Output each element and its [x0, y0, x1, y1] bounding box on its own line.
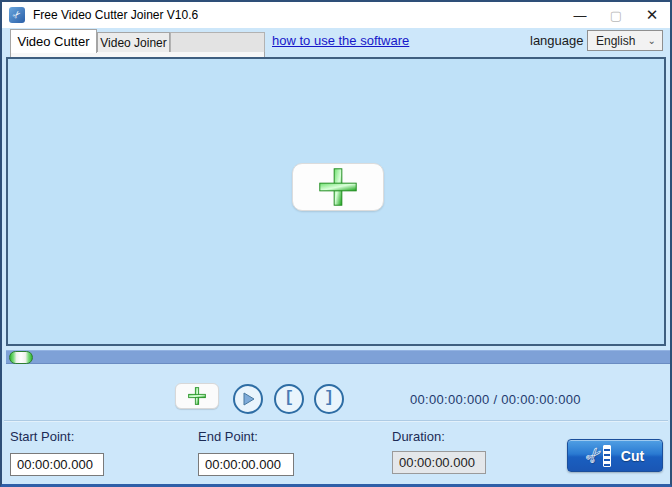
- app-window: ✂ Free Video Cutter Joiner V10.6 — ▢ ✕ V…: [0, 0, 672, 487]
- end-point-input[interactable]: [198, 453, 294, 476]
- end-point-label: End Point:: [198, 429, 258, 444]
- right-bracket-icon: ]: [324, 390, 334, 406]
- open-video-button[interactable]: [292, 163, 384, 211]
- start-point-input[interactable]: [10, 453, 104, 476]
- add-file-button[interactable]: [175, 383, 219, 409]
- set-start-point-button[interactable]: [: [274, 384, 304, 414]
- app-logo-scissors-icon: ✂: [9, 7, 25, 23]
- left-bracket-icon: [: [284, 390, 294, 406]
- scissors-film-icon: ✄: [586, 445, 611, 467]
- playback-time-display: 00:00:00:000 / 00:00:00:000: [410, 392, 610, 407]
- language-value: English: [596, 34, 635, 48]
- green-plus-icon: [187, 386, 207, 406]
- duration-label: Duration:: [392, 429, 445, 444]
- seek-thumb[interactable]: [9, 351, 33, 364]
- chevron-down-icon: ⌄: [648, 35, 656, 46]
- tab-video-cutter[interactable]: Video Cutter: [10, 29, 97, 53]
- window-title: Free Video Cutter Joiner V10.6: [33, 8, 198, 22]
- help-link[interactable]: how to use the software: [272, 33, 409, 48]
- play-button[interactable]: [233, 384, 263, 414]
- play-icon: [239, 390, 257, 408]
- cut-button[interactable]: ✄ Cut: [567, 439, 663, 472]
- maximize-button: ▢: [598, 2, 634, 28]
- video-preview-area: [6, 57, 666, 346]
- seek-bar[interactable]: [6, 350, 670, 364]
- green-plus-icon: [315, 164, 361, 210]
- title-bar: ✂ Free Video Cutter Joiner V10.6 — ▢ ✕: [2, 2, 670, 28]
- set-end-point-button[interactable]: ]: [314, 384, 344, 414]
- start-point-label: Start Point:: [10, 429, 74, 444]
- tab-video-joiner[interactable]: Video Joiner: [97, 32, 170, 53]
- minimize-button[interactable]: —: [562, 2, 598, 28]
- duration-display: [392, 451, 486, 474]
- tab-strip-filler: [170, 32, 265, 53]
- language-dropdown[interactable]: English ⌄: [587, 30, 663, 51]
- language-label: language: [530, 33, 584, 48]
- section-divider: [4, 420, 668, 422]
- cut-button-label: Cut: [621, 448, 644, 464]
- close-button[interactable]: ✕: [634, 2, 670, 28]
